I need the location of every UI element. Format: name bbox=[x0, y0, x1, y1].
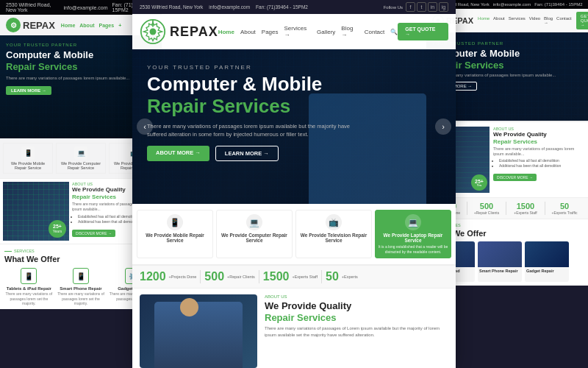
center-search-icon[interactable]: 🔍 bbox=[390, 29, 398, 35]
right-nav-contact[interactable]: Contact bbox=[556, 16, 572, 25]
center-computer-icon: 💻 bbox=[246, 214, 262, 230]
center-nav-about[interactable]: About bbox=[240, 29, 256, 35]
center-about-more-btn[interactable]: ABOUT MORE → bbox=[147, 146, 209, 161]
right-discover-btn[interactable]: DISCOVER MORE → bbox=[493, 174, 537, 181]
center-hero-buttons: ABOUT MORE → LEARN MORE → bbox=[147, 146, 441, 161]
follow-us-label: Follow Us bbox=[384, 5, 403, 10]
right-stat-2-num: 500 bbox=[470, 202, 503, 210]
center-logo: REPAX bbox=[140, 18, 218, 45]
right-offer-gadget-label: Gadget Repair bbox=[525, 267, 569, 275]
stat-projects-num: 1200 bbox=[140, 270, 166, 283]
stat-staff: 1500 +Experts Staff bbox=[263, 270, 322, 283]
computer-icon: 💻 bbox=[74, 146, 87, 160]
left-about-image: 25+Years bbox=[3, 182, 69, 241]
center-nav-links: Home About Pages Services → Gallery Blog… bbox=[218, 25, 398, 38]
center-stats-bar: 1200 +Projects Done 500 +Repair Clients … bbox=[132, 266, 456, 289]
right-list-item-2: Additional has been that all demolition bbox=[499, 163, 584, 168]
center-svc-mobile-title: We Provide Mobile Repair Service bbox=[140, 233, 210, 243]
right-phone: Fan: (71)39464 - 15PM2 bbox=[534, 2, 582, 7]
right-nav-about[interactable]: About bbox=[493, 16, 505, 25]
center-hero: ‹ › YOUR TRUSTED PARTNER Computer & Mobi… bbox=[132, 49, 456, 204]
right-offer-phone-img bbox=[478, 241, 522, 267]
left-nav-about[interactable]: About bbox=[79, 23, 94, 28]
right-about-green: Repair Services bbox=[493, 138, 537, 145]
hero-prev-arrow[interactable]: ‹ bbox=[137, 118, 153, 135]
left-logo: ⚙ REPAX bbox=[6, 18, 55, 32]
center-svc-computer-title: We Provide Computer Repair Service bbox=[219, 233, 290, 243]
left-svc-computer[interactable]: 💻 We Provide Computer Repair Service bbox=[56, 143, 106, 174]
center-about-section: ABOUT US We Provide Quality Repair Servi… bbox=[132, 289, 456, 368]
center-nav-pages[interactable]: Pages bbox=[262, 29, 279, 35]
center-nav: REPAX Home About Pages Services → Galler… bbox=[132, 14, 456, 49]
right-nav-blog[interactable]: Blog → bbox=[544, 16, 553, 25]
left-hero-title-line2: Repair Services bbox=[6, 61, 78, 72]
center-nav-contact[interactable]: Contact bbox=[365, 29, 385, 35]
left-discover-btn[interactable]: DISCOVER MORE → bbox=[72, 230, 115, 237]
right-email: info@example.com bbox=[493, 2, 531, 7]
center-email: info@example.com bbox=[209, 4, 250, 10]
center-svc-mobile[interactable]: 📱 We Provide Mobile Repair Service bbox=[137, 210, 213, 258]
center-svc-computer[interactable]: 💻 We Provide Computer Repair Service bbox=[216, 210, 293, 258]
center-svc-tv[interactable]: 📺 We Provide Television Repair Service bbox=[295, 210, 372, 258]
center-logo-gear bbox=[140, 18, 166, 45]
center-nav-blog[interactable]: Blog → bbox=[341, 25, 358, 38]
facebook-icon[interactable]: f bbox=[406, 2, 415, 12]
panel-center: 2530 Wilfried Road, New York info@exampl… bbox=[132, 0, 456, 368]
left-email: info@example.com bbox=[64, 5, 108, 10]
instagram-icon[interactable]: ig bbox=[439, 2, 448, 12]
left-badge-years: 25+Years bbox=[49, 220, 66, 238]
right-quote-btn[interactable]: GET QUOTE → bbox=[576, 12, 588, 29]
center-about-image bbox=[140, 294, 257, 368]
center-phone: Fan: (71)39464 - 15PM2 bbox=[256, 4, 308, 10]
page-wrapper: 2530 Wilfried Road, New York info@exampl… bbox=[0, 0, 588, 368]
center-svc-laptop[interactable]: 💻 We Provide Laptop Repair Service It is… bbox=[375, 210, 451, 258]
twitter-icon[interactable]: t bbox=[417, 2, 426, 12]
right-stat-3: 1500 +Experts Staff bbox=[509, 202, 545, 215]
left-offer-phone-desc: There are many variations of passages lo… bbox=[57, 291, 106, 306]
right-offer-gadget[interactable]: Gadget Repair bbox=[525, 241, 569, 282]
phone-offer-icon: 📱 bbox=[73, 268, 89, 284]
left-logo-icon: ⚙ bbox=[6, 18, 21, 32]
center-hero-content: YOUR TRUSTED PARTNER Computer & Mobile R… bbox=[132, 49, 456, 176]
right-about-text: ABOUT US We Provide QualityRepair Servic… bbox=[493, 127, 584, 193]
center-topbar: 2530 Wilfried Road, New York info@exampl… bbox=[132, 0, 456, 14]
left-svc-computer-label: We Provide Computer Repair Service bbox=[58, 161, 104, 170]
stat-projects: 1200 +Projects Done bbox=[140, 270, 201, 283]
social-links: f t in ig bbox=[406, 2, 448, 12]
stat-extra-num: 50 bbox=[326, 270, 339, 283]
right-stat-3-num: 1500 bbox=[509, 202, 542, 210]
center-about-line1: We Provide Quality bbox=[265, 300, 351, 311]
right-stat-4-label: +Experts Traffic bbox=[548, 210, 581, 215]
right-nav-links: Home About Services Video Blog → Contact bbox=[478, 16, 572, 25]
left-address: 2530 Wilfried Road, New York bbox=[6, 2, 60, 13]
linkedin-icon[interactable]: in bbox=[428, 2, 437, 12]
right-badge-years: 25+Yrs bbox=[471, 174, 487, 191]
center-topbar-info: 2530 Wilfried Road, New York info@exampl… bbox=[140, 4, 308, 10]
center-nav-home[interactable]: Home bbox=[218, 29, 234, 35]
center-get-quote-btn[interactable]: GET QUOTE → bbox=[398, 23, 448, 40]
left-hero-title-line1: Computer & Mobile bbox=[6, 49, 93, 60]
right-offer-phone[interactable]: Smart Phone Repair bbox=[478, 241, 522, 282]
right-nav-services[interactable]: Services bbox=[509, 16, 526, 25]
stat-projects-label: +Projects Done bbox=[169, 275, 197, 279]
left-offer-tablet-desc: There are many variations of passages lo… bbox=[4, 291, 54, 306]
center-svc-laptop-desc: It is a long established that a reader w… bbox=[378, 244, 448, 254]
left-nav-pages[interactable]: Pages bbox=[99, 23, 115, 28]
right-stat-2-label: +Repair Clients bbox=[470, 210, 503, 215]
center-learn-more-btn[interactable]: LEARN MORE → bbox=[215, 146, 279, 161]
center-nav-gallery[interactable]: Gallery bbox=[317, 29, 335, 35]
left-offer-item-phone: 📱 Smart Phone Repair There are many vari… bbox=[57, 268, 106, 306]
center-mobile-icon: 📱 bbox=[167, 214, 183, 230]
left-nav-home[interactable]: Home bbox=[61, 23, 75, 28]
hero-next-arrow[interactable]: › bbox=[435, 118, 451, 135]
left-nav-more[interactable]: + bbox=[118, 23, 121, 28]
stat-staff-label: +Experts Staff bbox=[292, 275, 318, 279]
center-nav-services[interactable]: Services → bbox=[284, 25, 311, 38]
left-learn-more-btn[interactable]: LEARN MORE → bbox=[6, 86, 51, 95]
right-badge-sub: Yrs bbox=[477, 184, 481, 187]
right-nav-home[interactable]: Home bbox=[478, 16, 490, 25]
right-nav-video[interactable]: Video bbox=[529, 16, 540, 25]
center-logo-text: REPAX bbox=[170, 24, 218, 40]
left-svc-mobile[interactable]: 📱 We Provide Mobile Repair Service bbox=[3, 143, 53, 174]
center-laptop-icon: 💻 bbox=[405, 214, 421, 230]
